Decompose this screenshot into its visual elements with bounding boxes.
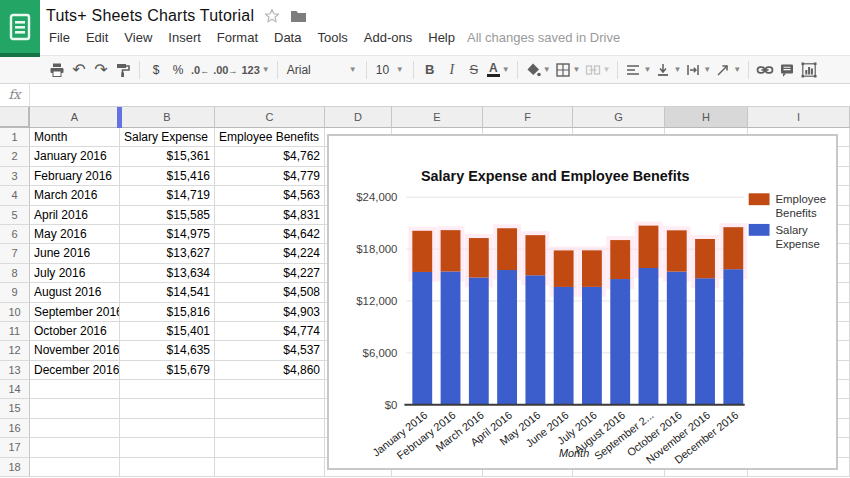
column-header-I[interactable]: I [748, 107, 850, 128]
cell-A12[interactable]: November 2016 [30, 341, 120, 360]
cell-B6[interactable]: $14,975 [120, 225, 215, 244]
row-header-5[interactable]: 5 [0, 206, 30, 225]
cell-C1[interactable]: Employee Benefits [215, 128, 325, 147]
decrease-decimal-button[interactable]: .0← [189, 59, 211, 81]
more-formats-button[interactable]: 123▼ [239, 59, 271, 81]
row-header-13[interactable]: 13 [0, 361, 30, 380]
embedded-chart[interactable]: $0$6,000$12,000$18,000$24,000January 201… [327, 134, 838, 470]
column-header-B[interactable]: B [120, 107, 215, 128]
cell-C17[interactable] [215, 438, 325, 457]
row-header-12[interactable]: 12 [0, 341, 30, 360]
cell-C18[interactable] [215, 458, 325, 477]
column-header-H[interactable]: H [665, 107, 748, 128]
cell-B9[interactable]: $14,541 [120, 283, 215, 302]
cell-C13[interactable]: $4,860 [215, 361, 325, 380]
row-header-15[interactable]: 15 [0, 399, 30, 418]
row-header-3[interactable]: 3 [0, 167, 30, 186]
insert-comment-button[interactable] [776, 59, 798, 81]
text-color-button[interactable]: A ▼ [485, 59, 512, 81]
row-header-18[interactable]: 18 [0, 458, 30, 477]
star-icon[interactable] [264, 8, 280, 24]
cell-C2[interactable]: $4,762 [215, 147, 325, 166]
increase-decimal-button[interactable]: .00→ [211, 59, 239, 81]
row-header-2[interactable]: 2 [0, 147, 30, 166]
column-header-G[interactable]: G [573, 107, 665, 128]
cell-B18[interactable] [120, 458, 215, 477]
cell-A7[interactable]: June 2016 [30, 244, 120, 263]
row-header-9[interactable]: 9 [0, 283, 30, 302]
cell-B7[interactable]: $13,627 [120, 244, 215, 263]
cell-B17[interactable] [120, 438, 215, 457]
column-header-C[interactable]: C [215, 107, 325, 128]
merge-cells-button[interactable]: ▼ [583, 59, 613, 81]
row-header-10[interactable]: 10 [0, 303, 30, 322]
cell-B13[interactable]: $15,679 [120, 361, 215, 380]
cell-A2[interactable]: January 2016 [30, 147, 120, 166]
horizontal-align-button[interactable]: ▼ [623, 59, 653, 81]
font-size-select[interactable]: 10▼ [372, 59, 408, 81]
cell-B5[interactable]: $15,585 [120, 206, 215, 225]
cell-A15[interactable] [30, 399, 120, 418]
menu-format[interactable]: Format [209, 28, 266, 47]
column-header-E[interactable]: E [392, 107, 483, 128]
cell-B16[interactable] [120, 419, 215, 438]
cell-B15[interactable] [120, 399, 215, 418]
column-header-F[interactable]: F [483, 107, 573, 128]
menu-edit[interactable]: Edit [78, 28, 116, 47]
formula-input[interactable] [30, 84, 850, 106]
print-button[interactable] [46, 59, 68, 81]
cell-A8[interactable]: July 2016 [30, 264, 120, 283]
cell-B8[interactable]: $13,634 [120, 264, 215, 283]
cell-A18[interactable] [30, 458, 120, 477]
undo-button[interactable]: ↶ [68, 59, 90, 81]
format-percent-button[interactable]: % [167, 59, 189, 81]
row-header-16[interactable]: 16 [0, 419, 30, 438]
bold-button[interactable]: B [419, 59, 441, 81]
insert-chart-button[interactable] [798, 59, 820, 81]
cell-A16[interactable] [30, 419, 120, 438]
cell-C6[interactable]: $4,642 [215, 225, 325, 244]
row-header-6[interactable]: 6 [0, 225, 30, 244]
cell-A5[interactable]: April 2016 [30, 206, 120, 225]
menu-help[interactable]: Help [420, 28, 463, 47]
cell-C15[interactable] [215, 399, 325, 418]
menu-insert[interactable]: Insert [160, 28, 209, 47]
cell-A9[interactable]: August 2016 [30, 283, 120, 302]
cell-A6[interactable]: May 2016 [30, 225, 120, 244]
fill-color-button[interactable]: ▼ [523, 59, 553, 81]
menu-data[interactable]: Data [266, 28, 309, 47]
menu-view[interactable]: View [116, 28, 160, 47]
cell-A10[interactable]: September 2016 [30, 303, 120, 322]
cell-B1[interactable]: Salary Expense [120, 128, 215, 147]
document-title[interactable]: Tuts+ Sheets Charts Tutorial [46, 7, 254, 25]
cell-C12[interactable]: $4,537 [215, 341, 325, 360]
row-header-11[interactable]: 11 [0, 322, 30, 341]
cell-A17[interactable] [30, 438, 120, 457]
cell-B2[interactable]: $15,361 [120, 147, 215, 166]
italic-button[interactable]: I [441, 59, 463, 81]
sheets-logo[interactable] [0, 0, 40, 57]
cell-C9[interactable]: $4,508 [215, 283, 325, 302]
cell-A4[interactable]: March 2016 [30, 186, 120, 205]
text-wrap-button[interactable]: ▼ [683, 59, 713, 81]
cell-B11[interactable]: $15,401 [120, 322, 215, 341]
row-header-8[interactable]: 8 [0, 264, 30, 283]
cell-C16[interactable] [215, 419, 325, 438]
cell-C5[interactable]: $4,831 [215, 206, 325, 225]
cell-C11[interactable]: $4,774 [215, 322, 325, 341]
cell-C7[interactable]: $4,224 [215, 244, 325, 263]
text-rotation-button[interactable]: ▼ [713, 59, 743, 81]
cell-A14[interactable] [30, 380, 120, 399]
cell-A11[interactable]: October 2016 [30, 322, 120, 341]
cell-B3[interactable]: $15,416 [120, 167, 215, 186]
cell-C3[interactable]: $4,779 [215, 167, 325, 186]
folder-icon[interactable] [290, 9, 307, 23]
row-header-14[interactable]: 14 [0, 380, 30, 399]
cell-B4[interactable]: $14,719 [120, 186, 215, 205]
cell-A3[interactable]: February 2016 [30, 167, 120, 186]
vertical-align-button[interactable]: ▼ [653, 59, 683, 81]
column-header-A[interactable]: A [30, 107, 120, 128]
cell-B10[interactable]: $15,816 [120, 303, 215, 322]
cell-C8[interactable]: $4,227 [215, 264, 325, 283]
row-header-1[interactable]: 1 [0, 128, 30, 147]
